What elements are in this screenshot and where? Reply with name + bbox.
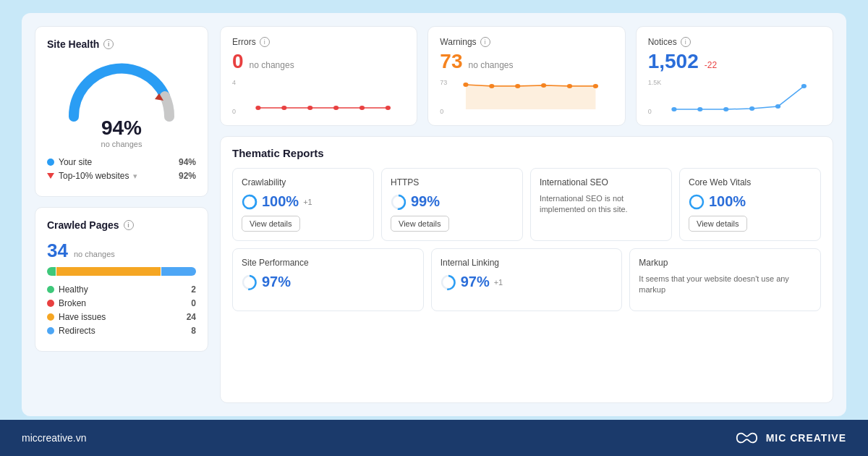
crawl-redirects-item: Redirects 8 [47, 326, 196, 336]
issues-dot [47, 313, 54, 321]
redirects-dot [47, 327, 54, 334]
internal-linking-score-icon [441, 274, 456, 290]
brand-name: MIC CREATIVE [766, 432, 846, 444]
gauge-text: 94% no changes [101, 117, 142, 148]
main-container: Site Health i 94% no changes [22, 13, 846, 416]
your-site-dot [47, 159, 54, 166]
top10-legend: Top-10% websites ▾ 92% [47, 171, 196, 181]
crawl-bar-stack [47, 267, 196, 276]
crawl-healthy-item: Healthy 2 [47, 284, 196, 295]
site-health-info-icon[interactable]: i [103, 39, 114, 49]
errors-label: Errors i [232, 37, 405, 47]
bar-healthy [47, 267, 56, 276]
notices-change: -22 [705, 60, 717, 70]
top10-chevron-icon[interactable]: ▾ [133, 172, 137, 181]
svg-point-2 [281, 106, 286, 110]
errors-info-icon[interactable]: i [260, 37, 270, 47]
site-health-card: Site Health i 94% no changes [35, 26, 208, 197]
top10-value: 92% [179, 171, 196, 181]
your-site-legend: Your site 94% [47, 157, 196, 167]
notices-value-row: 1,502 -22 [648, 50, 821, 73]
https-view-btn[interactable]: View details [391, 216, 449, 232]
site-performance-name: Site Performance [242, 258, 414, 268]
crawlability-view-btn[interactable]: View details [242, 216, 300, 232]
svg-marker-7 [466, 85, 595, 109]
crawlability-name: Crawlability [242, 177, 365, 187]
issues-val: 24 [187, 312, 196, 322]
crawl-broken-item: Broken 0 [47, 298, 196, 308]
metrics-row: Errors i 0 no changes 4 0 [220, 26, 833, 126]
gauge-percent: 94% [101, 117, 142, 140]
international-seo-desc: International SEO is not implemented on … [540, 193, 663, 216]
notices-sparkline: 1.5K 0 [648, 79, 821, 115]
internal-linking-score: 97% [461, 274, 490, 290]
issues-label: Have issues [59, 312, 106, 322]
svg-point-5 [359, 106, 365, 110]
broken-label: Broken [59, 298, 86, 308]
redirects-label: Redirects [59, 326, 95, 336]
warnings-change: no changes [468, 60, 513, 70]
svg-point-6 [386, 106, 391, 110]
crawlability-change: +1 [303, 198, 312, 206]
footer-bar: miccreative.vn MIC CREATIVE [0, 420, 868, 456]
healthy-val: 2 [191, 284, 196, 295]
thematic-title: Thematic Reports [232, 147, 821, 159]
crawlability-score-icon [242, 194, 258, 210]
brand-logo-icon [733, 429, 759, 447]
warnings-info-icon[interactable]: i [480, 37, 490, 47]
svg-point-11 [541, 83, 546, 88]
markup-desc: It seems that your website doesn't use a… [639, 274, 812, 296]
markup-name: Markup [639, 258, 812, 268]
https-card: HTTPS 99% View details [381, 168, 523, 241]
svg-point-1 [255, 106, 260, 110]
bar-redirects [161, 267, 196, 276]
svg-point-19 [801, 84, 806, 88]
gauge-wrapper: 94% no changes [47, 59, 196, 148]
svg-point-12 [567, 84, 572, 88]
thematic-section: Thematic Reports Crawlability 100% +1 Vi… [220, 136, 833, 403]
reports-grid-row2: Site Performance 97% Internal Linking [232, 248, 821, 311]
errors-card: Errors i 0 no changes 4 0 [220, 26, 417, 126]
notices-spark-svg [648, 79, 821, 115]
international-seo-name: International SEO [540, 177, 663, 187]
crawlability-card: Crawlability 100% +1 View details [232, 168, 374, 241]
svg-point-4 [333, 106, 339, 110]
svg-point-14 [671, 107, 676, 111]
core-web-vitals-name: Core Web Vitals [689, 177, 812, 187]
errors-spark-svg [232, 79, 405, 115]
site-performance-score: 97% [262, 274, 291, 290]
top10-triangle-icon [47, 173, 54, 179]
site-health-title: Site Health i [47, 38, 196, 50]
core-web-vitals-view-btn[interactable]: View details [689, 216, 747, 232]
redirects-val: 8 [191, 326, 196, 336]
crawl-subtext: no changes [74, 250, 115, 258]
gauge-svg [64, 59, 179, 122]
errors-change: no changes [250, 60, 294, 70]
gauge-subtext: no changes [101, 140, 142, 148]
bar-issues [56, 267, 161, 276]
https-score-row: 99% [391, 193, 514, 210]
crawled-pages-info-icon[interactable]: i [124, 220, 134, 230]
site-performance-score-icon [242, 274, 258, 290]
core-web-vitals-card: Core Web Vitals 100% View details [679, 168, 821, 241]
your-site-value: 94% [179, 157, 196, 167]
internal-linking-card: Internal Linking 97% +1 [431, 248, 623, 311]
healthy-label: Healthy [59, 284, 88, 295]
warnings-label: Warnings i [440, 37, 613, 47]
notices-info-icon[interactable]: i [681, 37, 691, 47]
warnings-card: Warnings i 73 no changes 73 0 [427, 26, 625, 126]
core-web-vitals-score-row: 100% [689, 193, 812, 210]
warnings-value: 73 [440, 50, 462, 73]
notices-label: Notices i [648, 37, 821, 47]
crawl-count: 34 [47, 240, 68, 262]
core-web-vitals-score-icon [689, 194, 705, 210]
your-site-label: Your site [59, 157, 92, 167]
warnings-sparkline: 73 0 [440, 79, 613, 115]
errors-value: 0 [232, 50, 244, 73]
crawlability-score-row: 100% +1 [242, 193, 365, 210]
https-score: 99% [411, 193, 440, 210]
core-web-vitals-score: 100% [709, 193, 746, 210]
healthy-dot [47, 286, 54, 293]
svg-point-10 [515, 84, 520, 88]
notices-card: Notices i 1,502 -22 1.5K 0 [636, 26, 833, 126]
